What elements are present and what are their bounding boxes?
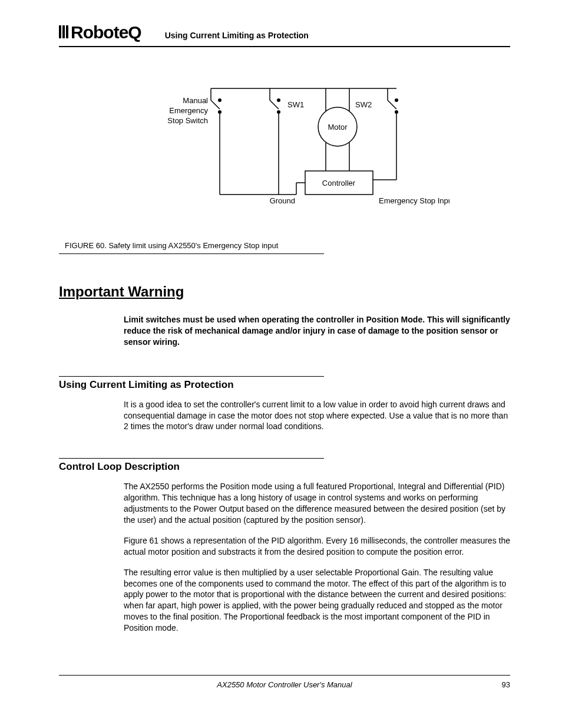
svg-point-14: [395, 110, 398, 114]
section-heading-current-limiting: Using Current Limiting as Protection: [59, 379, 510, 391]
control-loop-p1: The AX2550 performs the Position mode us…: [124, 481, 510, 526]
logo-text: RoboteQ: [71, 22, 141, 42]
svg-line-13: [388, 100, 396, 109]
label-sw2: SW2: [355, 100, 372, 109]
running-header-title: Using Current Limiting as Protection: [165, 31, 309, 42]
section-heading-control-loop: Control Loop Description: [59, 461, 510, 473]
svg-point-2: [218, 98, 222, 102]
important-warning-heading: Important Warning: [59, 284, 510, 300]
figure-60: Manual Emergency Stop Switch SW1: [59, 77, 510, 254]
label-ground: Ground: [270, 196, 295, 205]
important-warning-body: Limit switches must be used when operati…: [124, 314, 510, 348]
label-motor: Motor: [328, 123, 348, 131]
footer-manual-title: AX2550 Motor Controller User's Manual: [82, 680, 487, 689]
footer-page-number: 93: [487, 680, 510, 689]
svg-point-4: [218, 110, 222, 114]
diagram-svg: Manual Emergency Stop Switch SW1: [120, 77, 449, 224]
label-controller: Controller: [322, 179, 356, 187]
circuit-diagram: Manual Emergency Stop Switch SW1: [59, 77, 510, 226]
label-manual-stop-l3: Stop Switch: [167, 116, 208, 125]
figure-caption: FIGURE 60. Safety limit using AX2550's E…: [65, 241, 510, 253]
svg-point-7: [277, 98, 280, 102]
svg-line-8: [270, 100, 279, 109]
current-limiting-paragraph: It is a good idea to set the controller'…: [124, 399, 510, 433]
label-manual-stop-l2: Emergency: [169, 106, 208, 115]
label-manual-stop-l1: Manual: [183, 96, 208, 105]
svg-line-3: [211, 100, 220, 109]
page-footer: AX2550 Motor Controller User's Manual 93: [59, 675, 510, 689]
label-sw1: SW1: [287, 100, 304, 109]
control-loop-p3: The resulting error value is then multip…: [124, 567, 510, 634]
brand-logo: RoboteQ: [59, 22, 141, 42]
control-loop-p2: Figure 61 shows a representation of the …: [124, 535, 510, 558]
section-body-current-limiting: It is a good idea to set the controller'…: [124, 399, 510, 433]
page-header: RoboteQ Using Current Limiting as Protec…: [59, 22, 510, 47]
logo-bars-icon: [59, 22, 70, 42]
svg-point-9: [277, 110, 280, 114]
section-rule-loop: [59, 458, 324, 459]
svg-point-12: [395, 98, 398, 102]
section-body-control-loop: The AX2550 performs the Position mode us…: [124, 481, 510, 634]
caption-rule: [59, 253, 324, 254]
label-estop-input: Emergency Stop Input: [379, 196, 449, 205]
section-rule-current: [59, 376, 324, 377]
